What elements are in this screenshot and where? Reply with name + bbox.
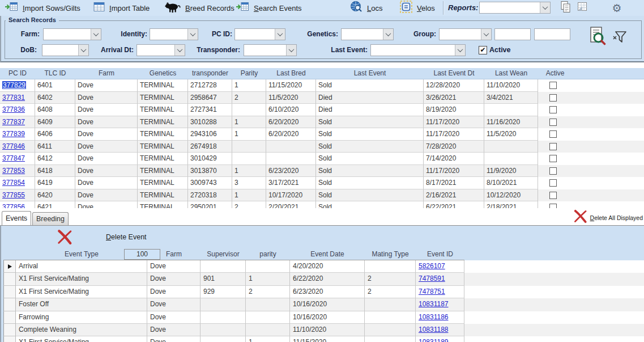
reports-select[interactable]	[479, 2, 551, 14]
event-id-link[interactable]: 7478751	[419, 288, 445, 295]
active-checkbox[interactable]	[549, 82, 557, 89]
column-header[interactable]: TLC ID	[35, 68, 75, 79]
column-header[interactable]: Farm	[75, 68, 138, 79]
row-selector[interactable]	[3, 260, 16, 273]
row-selector[interactable]	[3, 324, 16, 336]
import-table-button[interactable]: Import Table	[93, 0, 150, 16]
last-event-select[interactable]	[370, 44, 466, 56]
table-row[interactable]: 3778466411DoveTERMINAL2674918Sold7/28/20…	[0, 141, 644, 153]
column-header[interactable]: Supervisor	[201, 248, 246, 260]
row-selector[interactable]	[3, 286, 16, 298]
row-selector[interactable]	[3, 311, 16, 324]
active-checkbox[interactable]	[549, 204, 557, 208]
group-extra-input-2[interactable]	[534, 28, 570, 40]
chevron-down-icon[interactable]	[286, 45, 296, 56]
chevron-down-icon[interactable]	[78, 45, 88, 56]
column-header[interactable]: Last Bred	[266, 68, 316, 79]
table-row[interactable]: 3778376409DoveTERMINAL301028816/20/2020S…	[0, 116, 644, 129]
breed-records-button[interactable]: Breed Records	[164, 0, 234, 16]
active-checkbox[interactable]	[549, 179, 557, 187]
chevron-down-icon[interactable]	[91, 29, 101, 40]
identity-select[interactable]	[150, 28, 198, 40]
record-count-box[interactable]: 100	[124, 249, 160, 260]
chevron-down-icon[interactable]	[187, 29, 198, 40]
settings-button[interactable]: ⚙	[609, 1, 624, 15]
column-header[interactable]: Parity	[232, 68, 266, 79]
row-selector[interactable]	[3, 298, 16, 311]
column-header[interactable]: Mating Type	[365, 248, 416, 260]
row-selector[interactable]	[3, 273, 16, 285]
active-checkbox[interactable]	[549, 143, 557, 150]
pc-id-link[interactable]: 377847	[2, 154, 25, 162]
table-row[interactable]: X1 First Service/MatingDove90116/22/2020…	[3, 273, 644, 285]
active-filter-checkbox[interactable]: ✔	[479, 46, 487, 54]
tab-events[interactable]: Events	[2, 211, 31, 225]
table-row[interactable]: 3778316402DoveTERMINAL2958647211/5/2020D…	[0, 92, 644, 104]
column-header[interactable]: parity	[246, 248, 290, 260]
event-id-link[interactable]: 7478591	[419, 275, 445, 282]
pc-id-link[interactable]: 377853	[2, 167, 25, 175]
pc-id-link[interactable]: 377846	[2, 142, 25, 150]
pc-id-link[interactable]: 377837	[2, 118, 25, 126]
pc-id-link[interactable]: 377856	[2, 203, 25, 208]
chevron-down-icon[interactable]	[455, 45, 465, 56]
column-header[interactable]: PC ID	[0, 68, 35, 79]
active-checkbox[interactable]	[549, 192, 557, 199]
tab-breeding[interactable]: Breeding	[32, 212, 69, 225]
pc-id-link[interactable]: 377855	[2, 191, 25, 199]
column-header[interactable]: Genetics	[138, 68, 188, 79]
active-checkbox[interactable]	[549, 155, 557, 162]
row-selector[interactable]	[3, 336, 16, 342]
table-row[interactable]: 3778366408DoveTERMINAL27273416/10/2020Di…	[0, 104, 644, 116]
clear-filter-button[interactable]	[612, 29, 628, 48]
group-select[interactable]	[439, 28, 492, 40]
table-row[interactable]: Complete WeaningDove11/10/202010831188	[3, 324, 644, 336]
chevron-down-icon[interactable]	[481, 29, 491, 40]
import-sows-gilts-button[interactable]: Import Sows/Gilts	[5, 0, 80, 16]
table-row[interactable]: 3778546419DoveTERMINAL300974333/17/2021S…	[0, 177, 644, 189]
table-row[interactable]: 3778536418DoveTERMINAL301387016/23/2020S…	[0, 165, 644, 178]
event-id-link[interactable]: 10831189	[419, 338, 449, 342]
table-row[interactable]: X1 First Service/MatingDove92926/23/2020…	[3, 286, 644, 298]
table-row[interactable]: ArrivalDove4/20/20205826107	[3, 260, 644, 273]
chevron-down-icon[interactable]	[275, 29, 285, 40]
arrival-dt-select[interactable]	[137, 44, 185, 56]
search-events-button[interactable]: Search Events	[236, 0, 302, 16]
column-header[interactable]: transponder	[188, 68, 232, 79]
column-header[interactable]: Active	[538, 68, 572, 79]
column-header[interactable]: Event Date	[290, 248, 365, 260]
event-id-link[interactable]: 10831186	[419, 313, 449, 321]
chevron-down-icon[interactable]	[174, 45, 185, 56]
table-row[interactable]: 3778566421DoveTERMINAL295020122/20/2021S…	[0, 201, 644, 208]
farm-select[interactable]	[43, 28, 101, 40]
event-id-link[interactable]: 5826107	[419, 262, 445, 270]
group-extra-input-1[interactable]	[494, 28, 531, 40]
active-checkbox[interactable]	[549, 119, 557, 126]
event-id-link[interactable]: 10831188	[419, 326, 449, 333]
active-checkbox[interactable]	[549, 106, 557, 113]
event-id-link[interactable]: 10831187	[419, 300, 449, 308]
column-header[interactable]: Last Event	[316, 68, 424, 79]
column-header[interactable]: Last Wean	[484, 68, 538, 79]
table-row[interactable]: Foster OffDove10/16/202010831187	[3, 298, 644, 311]
design-grid-button[interactable]	[575, 1, 590, 15]
dob-select[interactable]	[42, 44, 89, 56]
pc-id-link[interactable]: 377854	[2, 179, 25, 187]
active-checkbox[interactable]	[549, 167, 557, 175]
pc-id-link[interactable]: 377839	[2, 130, 25, 138]
delete-all-displayed-button[interactable]: Delete All Displayed	[573, 209, 643, 226]
table-row[interactable]: FarrowingDove10/16/202010831186	[3, 311, 644, 324]
transponder-select[interactable]	[244, 44, 297, 56]
table-row[interactable]: 3778296401DoveTERMINAL2712728111/15/2020…	[0, 79, 644, 92]
table-row[interactable]: X1 First Service/MatingDove111/15/202010…	[3, 336, 644, 342]
active-checkbox[interactable]	[549, 130, 557, 138]
table-row[interactable]: 3778556420DoveTERMINAL2720318110/17/2020…	[0, 189, 644, 202]
pc-id-link[interactable]: 377836	[2, 105, 25, 113]
active-checkbox[interactable]	[549, 94, 557, 102]
velos-button[interactable]: Velos	[400, 0, 435, 16]
chevron-down-icon[interactable]	[383, 29, 393, 40]
preview-search-button[interactable]	[588, 26, 607, 49]
delete-event-label[interactable]: Delete Event	[106, 233, 147, 241]
column-header[interactable]: Event ID	[416, 248, 464, 260]
locs-button[interactable]: Locs	[350, 0, 382, 16]
